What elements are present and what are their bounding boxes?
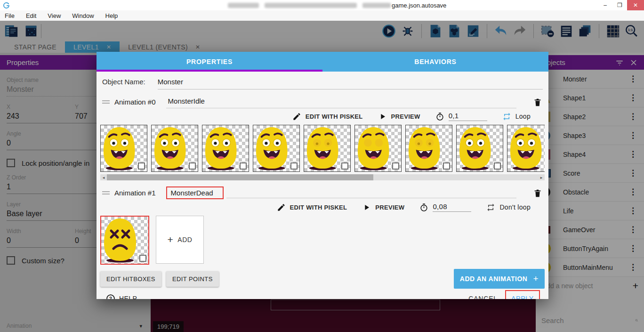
dialog-action-row: EDIT HITBOXES EDIT POINTS ADD AN ANIMATI… — [100, 269, 545, 289]
play-icon — [378, 112, 387, 121]
scroll-left-icon[interactable]: ◂ — [100, 174, 107, 180]
play-icon — [362, 203, 371, 212]
pencil-icon — [292, 112, 301, 121]
animation-1-controls: EDIT WITH PISKEL PREVIEW 0,08 Don't loop — [100, 199, 545, 214]
animation-0-frames — [100, 125, 545, 173]
titlebar: game.json.autosave – ❐ ✕ — [0, 0, 644, 10]
frame-checkbox[interactable] — [138, 162, 145, 170]
frame-time-input[interactable]: 0,08 — [433, 202, 471, 212]
frame-checkbox[interactable] — [341, 162, 348, 170]
tab-properties[interactable]: PROPERTIES — [97, 52, 322, 72]
animation-frame[interactable] — [304, 125, 351, 172]
plus-icon: + — [533, 274, 539, 284]
menubar: FileEditViewWindowHelp — [0, 10, 644, 21]
help-icon: ? — [106, 294, 115, 299]
frame-checkbox[interactable] — [240, 162, 247, 170]
edit-with-piskel-button[interactable]: EDIT WITH PISKEL — [290, 204, 347, 211]
animation-frame[interactable] — [151, 125, 198, 172]
edit-with-piskel-button[interactable]: EDIT WITH PISKEL — [306, 113, 363, 120]
help-label: HELP — [119, 295, 137, 299]
redacted-title-block — [362, 3, 391, 8]
menu-help[interactable]: Help — [105, 12, 118, 19]
delete-animation-icon[interactable] — [532, 188, 543, 198]
menu-file[interactable]: File — [5, 12, 15, 19]
animation-frame[interactable] — [507, 125, 545, 172]
window-title-text: game.json.autosave — [392, 2, 446, 9]
add-frame-button[interactable]: + ADD — [156, 216, 204, 264]
timer-icon — [435, 112, 444, 121]
animation-1-frames: + ADD — [100, 216, 545, 265]
animation-frame[interactable] — [405, 125, 452, 172]
object-editor-dialog: PROPERTIES BEHAVIORS Object Name: Monste… — [97, 52, 548, 299]
animation-1-title: Animation #1 — [114, 189, 156, 197]
menu-edit[interactable]: Edit — [26, 12, 36, 19]
redacted-title-block — [265, 3, 357, 8]
preview-button[interactable]: PREVIEW — [375, 204, 404, 211]
animation-frame[interactable] — [202, 125, 249, 172]
timer-icon — [419, 203, 428, 212]
scrollbar-thumb[interactable] — [107, 174, 373, 180]
object-name-input[interactable]: Monster — [158, 78, 543, 89]
redacted-title-block — [228, 3, 259, 8]
edit-points-button[interactable]: EDIT POINTS — [166, 271, 219, 287]
minimize-button[interactable]: – — [598, 0, 612, 10]
animation-frame[interactable] — [253, 125, 300, 172]
svg-text:?: ? — [109, 296, 112, 299]
add-animation-label: ADD AN ANIMATION — [460, 275, 528, 283]
animation-frame[interactable] — [456, 125, 503, 172]
frame-checkbox[interactable] — [139, 255, 146, 262]
frame-checkbox[interactable] — [494, 162, 501, 170]
drag-handle-icon[interactable] — [102, 100, 110, 104]
frame-checkbox[interactable] — [392, 162, 399, 170]
delete-animation-icon[interactable] — [532, 97, 543, 107]
window-controls: – ❐ ✕ — [598, 0, 644, 10]
animation-0-controls: EDIT WITH PISKEL PREVIEW 0,1 Loop — [100, 108, 545, 123]
apply-button[interactable]: APPLY — [511, 295, 534, 299]
loop-toggle[interactable]: Loop — [515, 113, 531, 120]
drag-handle-icon[interactable] — [102, 191, 110, 194]
tab-behaviors[interactable]: BEHAVIORS — [322, 52, 548, 72]
animation-frame[interactable] — [354, 125, 402, 172]
menu-window[interactable]: Window — [72, 12, 94, 19]
loop-icon — [486, 203, 495, 212]
preview-button[interactable]: PREVIEW — [391, 113, 420, 120]
animation-1-name-input[interactable]: MonsterDead — [166, 186, 224, 199]
menu-view[interactable]: View — [48, 12, 61, 19]
plus-icon: + — [168, 234, 174, 245]
animation-0-name-input[interactable]: MonsterIdle — [166, 96, 516, 108]
close-button[interactable]: ✕ — [627, 0, 644, 10]
loop-icon — [502, 112, 511, 121]
edit-hitboxes-button[interactable]: EDIT HITBOXES — [100, 271, 161, 287]
maximize-button[interactable]: ❐ — [612, 0, 627, 10]
loop-toggle[interactable]: Don't loop — [499, 203, 531, 211]
dialog-body: Object Name: Monster Animation #0 Monste… — [97, 72, 548, 299]
help-button[interactable]: ? HELP — [106, 294, 137, 299]
window-title: game.json.autosave — [228, 0, 446, 10]
animation-0-title: Animation #0 — [114, 98, 156, 106]
cancel-button[interactable]: CANCEL — [463, 291, 503, 299]
frame-checkbox[interactable] — [443, 162, 450, 170]
add-frame-label: ADD — [177, 236, 192, 243]
scroll-right-icon[interactable]: ▸ — [538, 174, 545, 180]
object-name-label: Object Name: — [102, 78, 145, 86]
animation-1-header: Animation #1 MonsterDead — [100, 185, 545, 199]
add-animation-button[interactable]: ADD AN ANIMATION + — [454, 269, 545, 289]
gdevelop-logo-icon — [3, 2, 10, 9]
apply-button-highlight: APPLY — [505, 290, 540, 299]
frames-scrollbar[interactable]: ◂ ▸ — [100, 174, 545, 180]
pencil-icon — [277, 203, 286, 212]
animation-0-header: Animation #0 MonsterIdle — [100, 94, 545, 108]
dialog-footer: ? HELP CANCEL APPLY — [100, 289, 545, 299]
frame-time-input[interactable]: 0,1 — [449, 112, 487, 121]
highlighted-frame — [100, 216, 149, 265]
animation-frame[interactable] — [100, 125, 147, 172]
dialog-tabbar: PROPERTIES BEHAVIORS — [97, 52, 548, 72]
object-name-row: Object Name: Monster — [100, 72, 545, 89]
animation-1-name-underline — [226, 188, 516, 198]
frame-checkbox[interactable] — [189, 162, 196, 170]
frame-checkbox[interactable] — [290, 162, 298, 170]
animation-frame[interactable] — [101, 217, 148, 264]
